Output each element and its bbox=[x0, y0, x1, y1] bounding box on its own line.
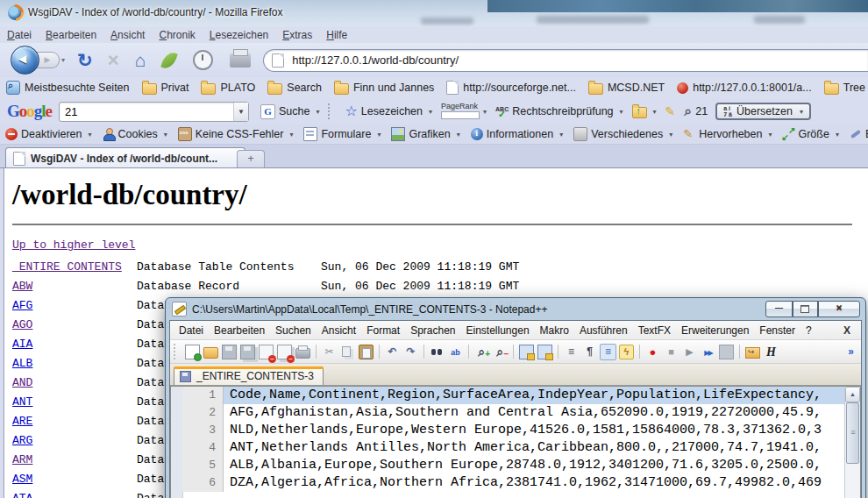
bookmark-item[interactable]: Tree Samples bbox=[818, 79, 868, 96]
webdev-item[interactable]: Formulare bbox=[298, 126, 386, 142]
translate-button[interactable]: a í7 ä Übersetzen bbox=[715, 103, 811, 120]
bookmark-item[interactable]: PLATO bbox=[195, 79, 261, 96]
zoom-indicator[interactable]: ⌕ 21 bbox=[679, 102, 712, 121]
ff-macro-button[interactable] bbox=[700, 344, 716, 360]
menu-item[interactable]: Hilfe bbox=[319, 27, 354, 43]
close-doc-button[interactable] bbox=[258, 344, 274, 360]
webdev-item[interactable]: Informationen bbox=[466, 127, 568, 141]
menu-item[interactable]: Ansicht bbox=[317, 323, 361, 338]
new-button[interactable] bbox=[184, 344, 201, 360]
home-button[interactable]: ⌂ bbox=[134, 50, 146, 71]
explorer-button[interactable] bbox=[744, 344, 761, 360]
menu-item[interactable]: ? bbox=[800, 323, 817, 338]
play-macro-button[interactable] bbox=[681, 344, 698, 360]
menu-item[interactable]: Datei bbox=[174, 323, 209, 338]
webdev-item[interactable]: Deaktivieren bbox=[0, 127, 97, 141]
menu-item[interactable]: Fenster bbox=[754, 323, 800, 338]
html-button[interactable] bbox=[763, 344, 779, 360]
sage-feed-icon[interactable] bbox=[160, 50, 177, 70]
history-clock-icon[interactable] bbox=[193, 50, 213, 70]
autofill-button[interactable] bbox=[628, 103, 661, 120]
line-text[interactable]: DZA,Algeria,Africa,Northern Africa,23817… bbox=[224, 474, 845, 492]
save-all-button[interactable] bbox=[239, 344, 256, 360]
menu-item[interactable]: Ansicht bbox=[103, 27, 152, 43]
back-button[interactable] bbox=[11, 46, 39, 75]
entry-link[interactable]: AGO bbox=[12, 316, 32, 335]
paste-button[interactable] bbox=[358, 344, 374, 360]
history-dropdown-icon[interactable]: ▾ bbox=[61, 56, 65, 64]
record-button[interactable] bbox=[644, 344, 661, 360]
wrap-button[interactable] bbox=[563, 344, 580, 360]
pagerank-widget[interactable]: PageRank ▾ bbox=[437, 103, 491, 121]
save-button[interactable] bbox=[221, 344, 238, 360]
sync-v-button[interactable] bbox=[518, 344, 535, 360]
open-button[interactable] bbox=[203, 344, 219, 360]
document-tab-active[interactable]: _ENTIRE_CONTENTS-3 bbox=[174, 366, 324, 385]
webdev-item[interactable]: Hervorheben bbox=[678, 127, 777, 141]
new-tab-button[interactable]: + bbox=[237, 150, 265, 168]
entry-link[interactable]: ALB bbox=[12, 354, 32, 374]
entry-link[interactable]: ATA bbox=[12, 489, 32, 498]
google-search-button[interactable]: G Suche bbox=[256, 103, 324, 121]
menu-item[interactable]: TextFX bbox=[633, 323, 676, 338]
entry-link[interactable]: ABW bbox=[12, 277, 32, 296]
lightning-button[interactable] bbox=[618, 344, 635, 360]
menu-item[interactable]: Ausführen bbox=[574, 323, 633, 338]
webdev-item[interactable]: Extras bbox=[844, 127, 868, 141]
webdev-item[interactable]: Verschiedenes bbox=[568, 126, 678, 142]
up-to-higher-level-link[interactable]: Up to higher level bbox=[12, 238, 135, 252]
webdev-item[interactable]: Cookies bbox=[97, 127, 173, 141]
bookmark-item[interactable]: Finn und Jannes bbox=[328, 79, 440, 96]
restore-button[interactable] bbox=[793, 301, 818, 317]
close-all-button[interactable] bbox=[276, 344, 293, 360]
entry-link[interactable]: ASM bbox=[12, 470, 32, 489]
menu-item[interactable]: Makro bbox=[535, 323, 574, 338]
forward-button[interactable]: ▶ bbox=[36, 52, 60, 68]
google-bookmarks-button[interactable]: ☆ Lesezeichen bbox=[340, 103, 437, 119]
bookmark-item[interactable]: http://sourceforge.net... bbox=[440, 79, 582, 96]
bookmark-item[interactable]: Privat bbox=[136, 79, 196, 96]
pagerank-dropdown-icon[interactable]: ▾ bbox=[483, 108, 487, 116]
menu-item[interactable]: Sprachen bbox=[405, 323, 460, 338]
webdev-item[interactable]: Größe bbox=[777, 127, 843, 141]
scroll-up-button[interactable]: ▲ bbox=[845, 387, 860, 402]
line-text[interactable]: ALB,Albania,Europe,Southern Europe,28748… bbox=[224, 457, 845, 474]
reload-button[interactable]: ↻ bbox=[77, 50, 93, 71]
webdev-item[interactable]: Grafiken bbox=[386, 126, 465, 142]
entry-link[interactable]: _ENTIRE_CONTENTS bbox=[12, 258, 122, 277]
copy-button[interactable] bbox=[339, 344, 356, 360]
zoom-in-button[interactable] bbox=[473, 344, 490, 360]
entry-link[interactable]: ARM bbox=[12, 451, 32, 470]
google-search-box[interactable]: ▼ bbox=[59, 102, 249, 122]
pilcrow-button[interactable] bbox=[581, 344, 598, 360]
undo-button[interactable] bbox=[384, 344, 401, 360]
minimize-button[interactable]: — bbox=[765, 301, 793, 317]
url-bar[interactable] bbox=[263, 49, 868, 72]
toolbar-overflow-chevron-icon[interactable]: » bbox=[848, 345, 857, 358]
entry-link[interactable]: AND bbox=[12, 374, 32, 393]
menu-item[interactable]: Bearbeiten bbox=[39, 27, 103, 43]
browser-tab-active[interactable]: WsgiDAV - Index of /world-db/count... bbox=[5, 147, 245, 168]
entry-link[interactable]: ARG bbox=[12, 431, 32, 451]
search-history-dropdown-icon[interactable]: ▼ bbox=[233, 103, 248, 121]
bookmark-item[interactable]: http://127.0.0.1:8001/a... bbox=[671, 80, 818, 96]
notepadpp-titlebar[interactable]: C:\Users\Martin\AppData\Local\Temp\_ENTI… bbox=[169, 298, 862, 320]
menu-item[interactable]: Suchen bbox=[270, 323, 317, 338]
scrollbar-thumb[interactable]: ≡ bbox=[846, 402, 859, 464]
zoom-out-button[interactable] bbox=[492, 344, 509, 360]
menu-item[interactable]: Format bbox=[361, 323, 405, 338]
close-button[interactable]: ✕ bbox=[818, 301, 860, 317]
line-text[interactable]: NLD,Netherlands,Europe,Western Europe,41… bbox=[224, 422, 845, 439]
google-search-input[interactable] bbox=[60, 105, 233, 118]
line-text[interactable]: ANT,Netherlands Antilles,North America,C… bbox=[224, 439, 845, 457]
menu-item[interactable]: Bearbeiten bbox=[209, 323, 270, 338]
cut-button[interactable] bbox=[321, 344, 338, 360]
menu-item[interactable]: Chronik bbox=[152, 27, 202, 43]
stop-button[interactable]: × bbox=[108, 49, 119, 72]
menu-item[interactable]: Lesezeichen bbox=[203, 27, 275, 43]
print-button[interactable] bbox=[295, 344, 311, 360]
highlight-button[interactable]: ✎ bbox=[661, 103, 680, 120]
entry-link[interactable]: AIA bbox=[12, 335, 32, 354]
menu-item[interactable]: Einstellungen bbox=[461, 323, 535, 338]
url-input[interactable] bbox=[290, 53, 868, 68]
